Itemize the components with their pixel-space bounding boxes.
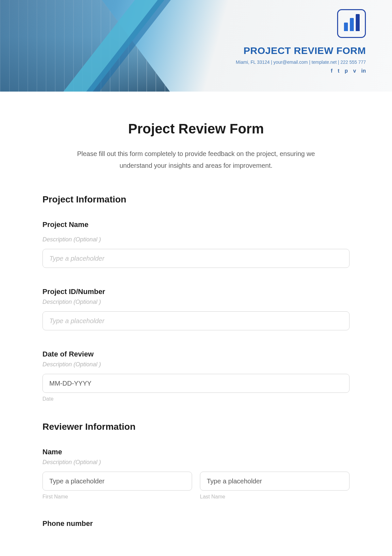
tumblr-icon[interactable]: t — [338, 68, 339, 74]
field-date-of-review: Date of Review Description (Optional ) D… — [42, 350, 350, 402]
field-phone-number: Phone number — [42, 519, 350, 528]
project-name-input[interactable] — [42, 249, 350, 268]
first-name-caption: First Name — [42, 494, 192, 500]
project-id-input[interactable] — [42, 311, 350, 330]
first-name-input[interactable] — [42, 472, 192, 491]
social-icons-row: f t p v in — [236, 68, 366, 74]
last-name-input[interactable] — [200, 472, 350, 491]
reviewer-name-description: Description (Optional ) — [42, 459, 350, 466]
page: PROJECT REVIEW FORM Miami, FL 33124 | yo… — [0, 0, 392, 555]
last-name-caption: Last Name — [200, 494, 350, 500]
facebook-icon[interactable]: f — [331, 68, 332, 74]
header-banner: PROJECT REVIEW FORM Miami, FL 33124 | yo… — [0, 0, 392, 92]
brand-title: PROJECT REVIEW FORM — [236, 45, 366, 56]
project-name-description: Description (Optional ) — [42, 236, 350, 243]
page-title: Project Review Form — [42, 121, 350, 137]
header-right: PROJECT REVIEW FORM Miami, FL 33124 | yo… — [236, 9, 366, 74]
logo-icon — [337, 9, 366, 38]
project-id-label: Project ID/Number — [42, 287, 350, 296]
field-project-name: Project Name Description (Optional ) — [42, 220, 350, 268]
name-row: First Name Last Name — [42, 472, 350, 500]
twitter-icon[interactable]: v — [353, 68, 356, 74]
section-reviewer-info-title: Reviewer Information — [42, 422, 350, 432]
page-subtitle: Please fill out this form completely to … — [62, 148, 330, 171]
phone-label: Phone number — [42, 519, 350, 528]
pinterest-icon[interactable]: p — [345, 68, 348, 74]
form-content: Project Review Form Please fill out this… — [0, 92, 392, 555]
reviewer-name-label: Name — [42, 448, 350, 456]
contact-line: Miami, FL 33124 | your@email.com | templ… — [236, 60, 366, 65]
section-project-info-title: Project Information — [42, 194, 350, 205]
field-project-id: Project ID/Number Description (Optional … — [42, 287, 350, 330]
date-review-label: Date of Review — [42, 350, 350, 358]
project-name-label: Project Name — [42, 220, 350, 229]
linkedin-icon[interactable]: in — [361, 68, 366, 74]
logo-bars-icon — [344, 14, 360, 31]
date-review-description: Description (Optional ) — [42, 361, 350, 368]
project-id-description: Description (Optional ) — [42, 299, 350, 305]
date-review-caption: Date — [42, 396, 350, 402]
field-reviewer-name: Name Description (Optional ) First Name … — [42, 448, 350, 500]
date-review-input[interactable] — [42, 374, 350, 393]
